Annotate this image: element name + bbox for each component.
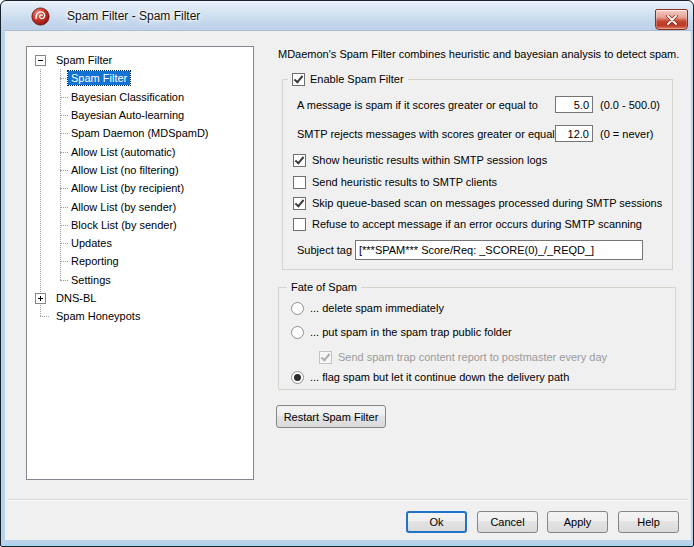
titlebar[interactable]: Spam Filter - Spam Filter (1, 1, 693, 30)
tree-item-block-list-by-sender[interactable]: Block List (by sender) (28, 216, 252, 234)
tree-connector (60, 207, 68, 208)
tree-item-label: Allow List (by recipient) (68, 181, 187, 195)
spam-trap-report-checkbox (319, 351, 332, 364)
refuse-on-error-checkbox[interactable] (293, 218, 306, 231)
tree-connector (60, 152, 68, 153)
smtp-reject-label: SMTP rejects messages with scores greate… (297, 128, 567, 140)
spam-trap-radio[interactable] (291, 326, 304, 339)
fate-of-spam-group: Fate of Spam ... delete spam immediately… (278, 287, 676, 390)
cancel-button[interactable]: Cancel (477, 511, 538, 533)
navigation-tree: Spam Filter Spam Filter Bayesian Classif… (26, 46, 254, 480)
delete-spam-radio[interactable] (291, 302, 304, 315)
tree-item-label: Block List (by sender) (68, 218, 180, 232)
tree-connector (60, 170, 68, 171)
tree-item-settings[interactable]: Settings (28, 271, 252, 289)
tree-connector (60, 78, 68, 79)
tree-item-label: Allow List (by sender) (68, 200, 179, 214)
tree-item-allow-list-no-filtering[interactable]: Allow List (no filtering) (28, 161, 252, 179)
enable-spam-filter-row[interactable]: Enable Spam Filter (288, 73, 408, 86)
enable-spam-filter-checkbox[interactable] (292, 73, 305, 86)
close-x-icon (666, 15, 678, 25)
tree-item-label: Reporting (68, 254, 122, 268)
enable-spam-filter-group: Enable Spam Filter A message is spam if … (282, 79, 673, 270)
refuse-on-error-row[interactable]: Refuse to accept message if an error occ… (293, 217, 642, 231)
fate-of-spam-label: Fate of Spam (287, 281, 361, 294)
tree-connector (60, 188, 68, 189)
delete-spam-label: ... delete spam immediately (310, 302, 444, 314)
flag-spam-label: ... flag spam but let it continue down t… (310, 371, 569, 383)
show-heuristic-results-label: Show heuristic results within SMTP sessi… (312, 154, 547, 166)
dialog-window: Spam Filter - Spam Filter Spam Filter Sp… (0, 0, 694, 547)
tree-item-allow-list-by-recipient[interactable]: Allow List (by recipient) (28, 179, 252, 197)
ok-button[interactable]: Ok (406, 511, 467, 533)
delete-spam-option[interactable]: ... delete spam immediately (291, 301, 444, 315)
tree-connector (60, 261, 68, 262)
spam-trap-label: ... put spam in the spam trap public fol… (310, 326, 512, 338)
dialog-body: Spam Filter Spam Filter Bayesian Classif… (5, 30, 691, 540)
tree-item-label: Spam Daemon (MDSpamD) (68, 126, 212, 140)
spam-trap-report-label: Send spam trap content report to postmas… (338, 351, 607, 363)
help-button[interactable]: Help (618, 511, 679, 533)
tree-item-spam-filter-root[interactable]: Spam Filter (28, 51, 252, 69)
skip-queue-scan-label: Skip queue-based scan on messages proces… (312, 197, 662, 209)
flag-spam-option[interactable]: ... flag spam but let it continue down t… (291, 370, 569, 384)
tree-item-label: Spam Honeypots (53, 309, 143, 323)
tree-item-dns-bl[interactable]: DNS-BL (28, 289, 252, 307)
close-button[interactable] (655, 9, 688, 30)
tree-item-spam-daemon[interactable]: Spam Daemon (MDSpamD) (28, 124, 252, 142)
spam-trap-option[interactable]: ... put spam in the spam trap public fol… (291, 325, 512, 339)
smtp-reject-hint: (0 = never) (600, 128, 654, 140)
tree-expand-plus-icon[interactable] (35, 293, 46, 304)
subject-tag-input[interactable] (355, 240, 643, 260)
description-text: MDaemon's Spam Filter combines heuristic… (278, 48, 679, 60)
window-title: Spam Filter - Spam Filter (67, 9, 200, 23)
subject-tag-label: Subject tag (297, 244, 352, 256)
flag-spam-radio[interactable] (291, 371, 304, 384)
tree-item-reporting[interactable]: Reporting (28, 252, 252, 270)
tree-connector (60, 115, 68, 116)
mdaemon-logo-icon (31, 7, 50, 26)
tree-connector (40, 316, 49, 317)
tree-connector (60, 225, 68, 226)
tree-item-spam-filter[interactable]: Spam Filter (28, 69, 252, 87)
refuse-on-error-label: Refuse to accept message if an error occ… (312, 218, 642, 230)
tree-item-allow-list-automatic[interactable]: Allow List (automatic) (28, 142, 252, 160)
tree-item-label: DNS-BL (53, 291, 99, 305)
apply-button[interactable]: Apply (547, 511, 608, 533)
show-heuristic-results-checkbox[interactable] (293, 154, 306, 167)
smtp-reject-input[interactable] (555, 125, 593, 142)
tree-item-bayesian-classification[interactable]: Bayesian Classification (28, 88, 252, 106)
tree-item-label: Bayesian Auto-learning (68, 108, 187, 122)
score-threshold-label: A message is spam if it scores greater o… (297, 99, 538, 111)
show-heuristic-results-row[interactable]: Show heuristic results within SMTP sessi… (293, 153, 547, 167)
restart-spam-filter-button[interactable]: Restart Spam Filter (276, 405, 386, 428)
tree-connector (60, 133, 68, 134)
score-threshold-range-hint: (0.0 - 500.0) (600, 99, 660, 111)
tree-item-label-selected: Spam Filter (68, 71, 130, 85)
tree-item-label: Settings (68, 273, 114, 287)
send-heuristic-results-checkbox[interactable] (293, 176, 306, 189)
skip-queue-scan-checkbox[interactable] (293, 197, 306, 210)
send-heuristic-results-row[interactable]: Send heuristic results to SMTP clients (293, 175, 497, 189)
score-threshold-input[interactable] (555, 96, 593, 113)
tree-item-label: Updates (68, 236, 115, 250)
skip-queue-scan-row[interactable]: Skip queue-based scan on messages proces… (293, 196, 662, 210)
tree-item-bayesian-auto-learning[interactable]: Bayesian Auto-learning (28, 106, 252, 124)
tree-item-updates[interactable]: Updates (28, 234, 252, 252)
tree-connector (60, 243, 68, 244)
footer-divider (7, 499, 689, 501)
tree-item-label: Allow List (automatic) (68, 145, 179, 159)
tree-connector (60, 280, 68, 281)
tree-item-label: Allow List (no filtering) (68, 163, 182, 177)
send-heuristic-results-label: Send heuristic results to SMTP clients (312, 176, 497, 188)
enable-spam-filter-label: Enable Spam Filter (310, 73, 404, 86)
tree-collapse-minus-icon[interactable] (35, 55, 46, 66)
tree-item-allow-list-by-sender[interactable]: Allow List (by sender) (28, 197, 252, 215)
spam-trap-report-row: Send spam trap content report to postmas… (319, 350, 607, 364)
tree-connector (60, 97, 68, 98)
tree-item-label: Bayesian Classification (68, 90, 187, 104)
tree-item-spam-honeypots[interactable]: Spam Honeypots (28, 307, 252, 325)
tree-item-label: Spam Filter (53, 53, 115, 67)
